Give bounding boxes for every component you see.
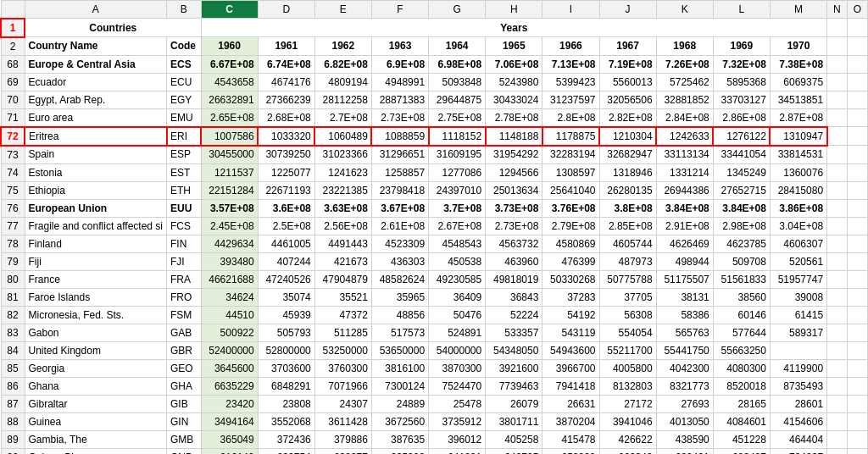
data-cell-C: 365049 [201,430,258,448]
data-cell-E: 1060489 [314,127,371,146]
col-header-H[interactable]: H [486,1,542,19]
col-header-N[interactable]: N [827,1,848,19]
data-cell-F: 35965 [371,288,428,306]
data-cell-H: 54348050 [486,341,542,359]
data-cell-F: 23798418 [371,181,428,199]
data-cell-C: 4429634 [201,235,258,252]
data-cell-M: 2.87E+08 [770,108,826,127]
data-cell-C: 1211537 [201,163,258,181]
col-header-E[interactable]: E [314,1,371,19]
data-cell-M: 6069375 [770,73,826,91]
empty-cell-N [827,341,848,359]
data-cell-M: 589317 [770,324,826,341]
table-row: 81Faroe IslandsFRO3462435074355213596536… [1,288,868,306]
country-name-cell: France [25,270,167,288]
col-header-D[interactable]: D [258,1,314,19]
country-code-cell: GIB [167,395,201,412]
col-header-G[interactable]: G [429,1,486,19]
empty-cell-O [847,324,867,341]
col-header-J[interactable]: J [599,1,656,19]
empty-cell-N [827,199,848,217]
data-cell-H: 36843 [486,288,542,306]
data-cell-F: 53650000 [371,341,428,359]
empty-cell-O [847,252,867,270]
data-cell-M: 464404 [770,430,826,448]
table-row: 82Micronesia, Fed. Sts.FSM44510459394737… [1,306,868,324]
row-num-cell: 73 [1,146,25,164]
data-cell-D: 3703600 [258,359,314,377]
col-header-L[interactable]: L [713,1,770,19]
data-cell-J: 2.82E+08 [599,108,656,127]
empty-cell-O [847,412,867,430]
empty-n-2 [827,37,848,56]
empty-cell-O [847,430,867,448]
data-cell-I: 31237597 [542,91,599,108]
data-cell-G: 2.75E+08 [429,108,486,127]
data-cell-L: 4080300 [713,359,770,377]
data-cell-E: 47372 [314,306,371,324]
col-header-C[interactable]: C [201,1,258,19]
row-num-cell: 86 [1,377,25,395]
data-cell-E: 4491443 [314,235,371,252]
data-cell-H: 3801711 [486,412,542,430]
row-num-cell: 69 [1,73,25,91]
row-num-cell: 79 [1,252,25,270]
country-code-cell: ESP [167,146,201,164]
data-cell-F: 3.67E+08 [371,199,428,217]
data-cell-G: 31609195 [429,146,486,164]
data-cell-C: 6.67E+08 [201,55,258,73]
col-header-F[interactable]: F [371,1,428,19]
data-cell-L: 55663250 [713,341,770,359]
country-code-cell: FRA [167,270,201,288]
data-cell-H: 25013634 [486,181,542,199]
data-cell-F: 6.9E+08 [371,55,428,73]
data-cell-K: 27693 [656,395,713,412]
rownum-1: 1 [1,19,25,37]
data-cell-D: 2.68E+08 [258,108,314,127]
data-cell-G: 49230585 [429,270,486,288]
data-cell-D: 23808 [258,395,314,412]
data-cell-J: 56308 [599,306,656,324]
data-cell-K: 7.26E+08 [656,55,713,73]
data-cell-I: 37283 [542,288,599,306]
data-cell-C: 26632891 [201,91,258,108]
rownum-2: 2 [1,37,25,56]
row-num-cell: 85 [1,359,25,377]
col-header-O[interactable]: O [847,1,867,19]
data-cell-D: 2.5E+08 [258,217,314,235]
data-cell-K: 33113134 [656,146,713,164]
col-header-A[interactable]: A [25,1,167,19]
col-header-I[interactable]: I [542,1,599,19]
data-cell-M: 28415080 [770,181,826,199]
data-cell-H: 3921600 [486,359,542,377]
data-cell-M: 3.04E+08 [770,217,826,235]
data-cell-C: 34624 [201,288,258,306]
country-name-cell: Finland [25,235,167,252]
data-cell-C: 500922 [201,324,258,341]
table-row: 89Gambia, TheGMB365049372436379886387635… [1,430,868,448]
data-cell-D: 30739250 [258,146,314,164]
data-cell-F: 1088859 [371,127,428,146]
col-header-K[interactable]: K [656,1,713,19]
data-cell-H: 405258 [486,430,542,448]
data-cell-L: 33441054 [713,146,770,164]
row-1: 1 Countries Years [1,19,868,37]
country-code-cell: EST [167,163,201,181]
empty-cell-O [847,395,867,412]
header-1960: 1960 [201,37,258,56]
data-cell-K: 38131 [656,288,713,306]
data-cell-I: 4580869 [542,235,599,252]
data-cell-F: 1258857 [371,163,428,181]
col-header-M[interactable]: M [770,1,826,19]
data-cell-M: 7.38E+08 [770,55,826,73]
data-cell-J: 669243 [599,448,656,454]
country-name-cell: Euro area [25,108,167,127]
data-cell-I: 5399423 [542,73,599,91]
header-1967: 1967 [599,37,656,56]
data-cell-I: 658998 [542,448,599,454]
col-header-B[interactable]: B [167,1,201,19]
data-cell-E: 6.82E+08 [314,55,371,73]
data-cell-I: 543119 [542,324,599,341]
header-1963: 1963 [371,37,428,56]
data-cell-L: 509708 [713,252,770,270]
